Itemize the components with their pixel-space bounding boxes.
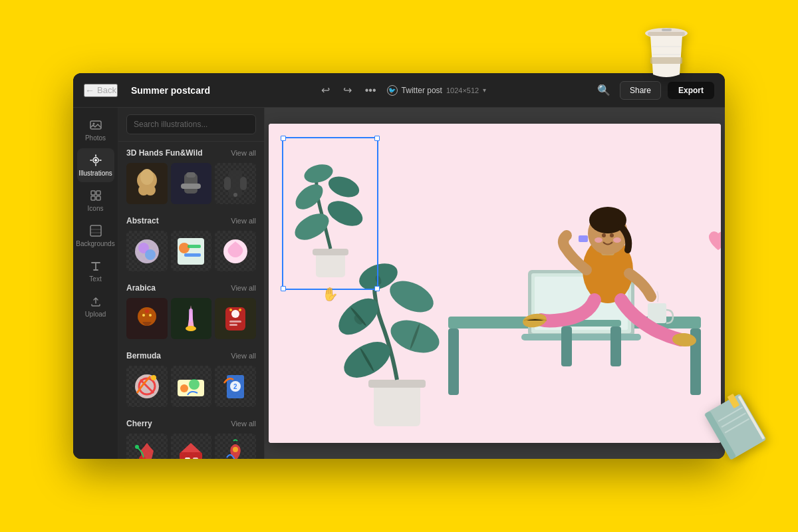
category-name-bermuda: Bermuda bbox=[126, 351, 161, 360]
back-button[interactable]: ← Back bbox=[84, 84, 118, 97]
icons-icon bbox=[89, 189, 102, 202]
svg-text:2: 2 bbox=[233, 383, 237, 390]
category-header-bermuda: Bermuda View all bbox=[126, 351, 256, 360]
thumb-hw2[interactable] bbox=[171, 163, 212, 204]
thumb-canvas-hw3 bbox=[215, 163, 256, 204]
view-all-bermuda[interactable]: View all bbox=[231, 352, 256, 360]
sidebar-item-photos[interactable]: Photos bbox=[77, 113, 114, 147]
thumb-canvas-ab1 bbox=[126, 231, 168, 272]
svg-point-41 bbox=[149, 314, 152, 317]
thumb-canvas-ar3 bbox=[215, 298, 256, 339]
redo-button[interactable]: ↪ bbox=[340, 81, 354, 99]
thumb-canvas-be2 bbox=[171, 366, 212, 407]
thumb-grid-abstract bbox=[126, 231, 256, 272]
svg-point-35 bbox=[179, 243, 190, 253]
thumb-ch2[interactable] bbox=[171, 434, 212, 459]
thumb-ab1[interactable] bbox=[126, 231, 168, 272]
svg-rect-36 bbox=[188, 245, 201, 248]
icons-label: Icons bbox=[88, 205, 104, 212]
upload-label: Upload bbox=[85, 311, 106, 318]
canvas-platform: Twitter post bbox=[402, 86, 442, 95]
thumb-ar3[interactable] bbox=[215, 298, 256, 339]
category-header-3d-hands: 3D Hands Fun&Wild View all bbox=[126, 148, 256, 158]
svg-point-14 bbox=[94, 159, 97, 162]
svg-point-62 bbox=[135, 445, 139, 449]
thumb-canvas-ab2 bbox=[171, 231, 212, 272]
backgrounds-icon bbox=[89, 224, 102, 237]
thumb-canvas-be1 bbox=[126, 366, 168, 407]
thumb-hw3[interactable] bbox=[215, 163, 256, 204]
svg-rect-25 bbox=[186, 172, 196, 178]
thumb-canvas-ch2 bbox=[171, 434, 212, 459]
category-header-cherry: Cherry View all bbox=[126, 419, 256, 428]
search-bar bbox=[118, 108, 264, 142]
category-arabica: Arabica View all bbox=[118, 277, 264, 339]
sidebar-item-icons[interactable]: Icons bbox=[77, 184, 114, 217]
canvas-info: 🐦 Twitter post 1024×512 ▾ bbox=[387, 85, 487, 96]
category-name-arabica: Arabica bbox=[126, 283, 156, 293]
thumb-canvas-be3: 2 bbox=[215, 366, 256, 407]
svg-rect-19 bbox=[90, 225, 101, 236]
canvas-dropdown-icon: ▾ bbox=[483, 86, 486, 94]
svg-rect-78 bbox=[368, 380, 426, 388]
thumb-canvas-ch1 bbox=[126, 434, 168, 459]
svg-rect-90 bbox=[561, 327, 572, 366]
svg-rect-47 bbox=[229, 321, 241, 323]
category-header-arabica: Arabica View all bbox=[126, 283, 256, 293]
svg-point-98 bbox=[595, 237, 602, 243]
illustrations-label: Illustrations bbox=[78, 170, 112, 177]
category-cherry: Cherry View all bbox=[118, 412, 264, 459]
panel: 3D Hands Fun&Wild View all bbox=[118, 108, 265, 459]
svg-point-109 bbox=[323, 196, 366, 231]
thumb-canvas-hw2 bbox=[171, 163, 212, 204]
upload-icon bbox=[89, 295, 102, 308]
svg-point-46 bbox=[231, 310, 239, 318]
thumb-ch3[interactable] bbox=[215, 434, 256, 459]
svg-rect-17 bbox=[91, 196, 95, 200]
sidebar-icons: Photos Illustrations bbox=[73, 108, 118, 459]
illustrations-icon bbox=[89, 154, 102, 167]
category-bermuda: Bermuda View all bbox=[118, 344, 264, 407]
thumb-ab3[interactable] bbox=[215, 231, 256, 272]
back-label: Back bbox=[97, 85, 116, 95]
thumb-ch1[interactable] bbox=[126, 434, 168, 459]
svg-rect-37 bbox=[184, 253, 201, 257]
view-all-abstract[interactable]: View all bbox=[231, 217, 256, 225]
search-input[interactable] bbox=[126, 114, 256, 134]
thumb-ar1[interactable] bbox=[126, 298, 168, 339]
svg-rect-65 bbox=[185, 458, 190, 459]
svg-point-43 bbox=[186, 326, 196, 331]
undo-button[interactable]: ↩ bbox=[319, 81, 332, 99]
view-all-3d-hands[interactable]: View all bbox=[231, 149, 256, 157]
thumb-ab2[interactable] bbox=[171, 231, 212, 272]
svg-point-54 bbox=[151, 375, 156, 380]
svg-point-42 bbox=[145, 309, 149, 313]
panel-scroll[interactable]: 3D Hands Fun&Wild View all bbox=[118, 142, 264, 459]
thumb-grid-3d-hands bbox=[126, 163, 256, 204]
view-all-cherry[interactable]: View all bbox=[231, 420, 256, 428]
thumb-hw1[interactable] bbox=[126, 163, 168, 204]
canvas-size: 1024×512 bbox=[446, 86, 479, 94]
selection-box: ✋ bbox=[282, 137, 378, 290]
more-button[interactable]: ••• bbox=[362, 82, 379, 99]
svg-rect-29 bbox=[224, 177, 231, 190]
sidebar-item-illustrations[interactable]: Illustrations bbox=[77, 148, 114, 182]
app-window: ← Back Summer postcard ↩ ↪ ••• 🐦 Twitter… bbox=[73, 73, 725, 459]
svg-point-96 bbox=[602, 233, 606, 237]
svg-point-50 bbox=[239, 309, 241, 311]
thumb-be2[interactable] bbox=[171, 366, 212, 407]
svg-rect-3 bbox=[662, 29, 672, 31]
view-all-arabica[interactable]: View all bbox=[231, 284, 256, 292]
svg-rect-91 bbox=[610, 327, 621, 366]
sidebar-item-text[interactable]: Text bbox=[77, 254, 114, 288]
sidebar-item-upload[interactable]: Upload bbox=[77, 289, 114, 323]
sidebar-item-backgrounds[interactable]: Backgrounds bbox=[77, 219, 114, 253]
thumb-grid-cherry bbox=[126, 434, 256, 459]
thumb-be3[interactable]: 2 bbox=[215, 366, 256, 407]
search-button[interactable]: 🔍 bbox=[595, 81, 613, 99]
thumb-canvas-ch3 bbox=[215, 434, 256, 459]
svg-point-57 bbox=[189, 379, 200, 390]
header-center: ↩ ↪ ••• 🐦 Twitter post 1024×512 ▾ bbox=[210, 81, 595, 99]
thumb-ar2[interactable] bbox=[171, 298, 212, 339]
thumb-be1[interactable] bbox=[126, 366, 168, 407]
